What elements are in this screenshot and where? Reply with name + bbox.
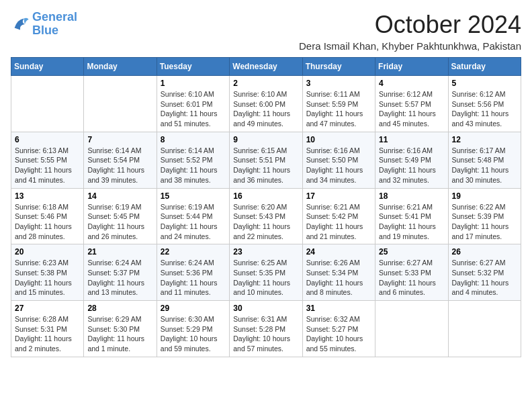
calendar-cell: 28Sunrise: 6:29 AM Sunset: 5:30 PM Dayli…	[84, 301, 157, 357]
day-info: Sunrise: 6:15 AM Sunset: 5:51 PM Dayligh…	[233, 146, 298, 185]
weekday-header-cell: Wednesday	[230, 58, 302, 76]
calendar-cell: 20Sunrise: 6:23 AM Sunset: 5:38 PM Dayli…	[11, 244, 84, 301]
day-info: Sunrise: 6:10 AM Sunset: 6:01 PM Dayligh…	[161, 89, 226, 129]
day-number: 29	[161, 304, 226, 313]
calendar-cell	[84, 76, 157, 132]
calendar-week-row: 27Sunrise: 6:28 AM Sunset: 5:31 PM Dayli…	[11, 301, 521, 357]
day-number: 9	[233, 135, 298, 144]
weekday-header-cell: Tuesday	[157, 58, 229, 76]
day-number: 12	[452, 135, 517, 144]
day-info: Sunrise: 6:18 AM Sunset: 5:46 PM Dayligh…	[15, 202, 80, 242]
calendar-cell: 8Sunrise: 6:14 AM Sunset: 5:52 PM Daylig…	[157, 132, 229, 188]
day-info: Sunrise: 6:17 AM Sunset: 5:48 PM Dayligh…	[452, 146, 517, 185]
day-info: Sunrise: 6:21 AM Sunset: 5:41 PM Dayligh…	[379, 202, 444, 242]
day-number: 24	[306, 247, 371, 257]
calendar-cell: 26Sunrise: 6:27 AM Sunset: 5:32 PM Dayli…	[448, 244, 521, 301]
calendar-cell: 4Sunrise: 6:12 AM Sunset: 5:57 PM Daylig…	[375, 76, 448, 132]
weekday-header-cell: Saturday	[448, 58, 521, 76]
day-number: 4	[379, 79, 444, 88]
calendar-cell: 21Sunrise: 6:24 AM Sunset: 5:37 PM Dayli…	[84, 244, 157, 301]
day-number: 31	[306, 304, 371, 313]
day-number: 27	[15, 304, 80, 313]
day-info: Sunrise: 6:28 AM Sunset: 5:31 PM Dayligh…	[15, 314, 80, 354]
day-info: Sunrise: 6:30 AM Sunset: 5:29 PM Dayligh…	[161, 314, 226, 354]
weekday-header-cell: Sunday	[11, 58, 84, 76]
day-info: Sunrise: 6:24 AM Sunset: 5:36 PM Dayligh…	[161, 258, 226, 298]
day-info: Sunrise: 6:14 AM Sunset: 5:52 PM Dayligh…	[161, 146, 226, 185]
calendar-cell: 19Sunrise: 6:22 AM Sunset: 5:39 PM Dayli…	[448, 188, 521, 244]
day-number: 8	[161, 135, 226, 144]
day-number: 2	[233, 79, 298, 88]
calendar-cell: 15Sunrise: 6:19 AM Sunset: 5:44 PM Dayli…	[157, 188, 229, 244]
logo-text: General Blue	[32, 11, 77, 38]
calendar-cell: 1Sunrise: 6:10 AM Sunset: 6:01 PM Daylig…	[157, 76, 229, 132]
day-number: 16	[233, 191, 298, 201]
calendar-cell: 6Sunrise: 6:13 AM Sunset: 5:55 PM Daylig…	[11, 132, 84, 188]
day-number: 15	[161, 191, 226, 201]
page-header: General Blue October 2024 Dera Ismail Kh…	[11, 11, 521, 52]
calendar-body: 1Sunrise: 6:10 AM Sunset: 6:01 PM Daylig…	[11, 76, 521, 357]
day-info: Sunrise: 6:19 AM Sunset: 5:45 PM Dayligh…	[87, 202, 152, 242]
calendar-cell: 22Sunrise: 6:24 AM Sunset: 5:36 PM Dayli…	[157, 244, 229, 301]
calendar-cell: 18Sunrise: 6:21 AM Sunset: 5:41 PM Dayli…	[375, 188, 448, 244]
day-info: Sunrise: 6:26 AM Sunset: 5:34 PM Dayligh…	[306, 258, 371, 298]
day-number: 17	[306, 191, 371, 201]
day-number: 14	[87, 191, 152, 201]
weekday-header-cell: Friday	[375, 58, 448, 76]
calendar-cell: 14Sunrise: 6:19 AM Sunset: 5:45 PM Dayli…	[84, 188, 157, 244]
day-info: Sunrise: 6:23 AM Sunset: 5:38 PM Dayligh…	[15, 258, 80, 298]
calendar-cell: 27Sunrise: 6:28 AM Sunset: 5:31 PM Dayli…	[11, 301, 84, 357]
calendar-cell: 16Sunrise: 6:20 AM Sunset: 5:43 PM Dayli…	[230, 188, 302, 244]
day-number: 26	[452, 247, 517, 257]
calendar-cell: 2Sunrise: 6:10 AM Sunset: 6:00 PM Daylig…	[230, 76, 302, 132]
day-number: 7	[87, 135, 152, 144]
calendar-cell	[11, 76, 84, 132]
day-number: 1	[161, 79, 226, 88]
weekday-header-cell: Thursday	[302, 58, 375, 76]
day-number: 25	[379, 247, 444, 257]
day-number: 21	[87, 247, 152, 257]
day-number: 30	[233, 304, 298, 313]
day-info: Sunrise: 6:21 AM Sunset: 5:42 PM Dayligh…	[306, 202, 371, 242]
day-info: Sunrise: 6:10 AM Sunset: 6:00 PM Dayligh…	[233, 89, 298, 129]
day-number: 10	[306, 135, 371, 144]
calendar-cell: 30Sunrise: 6:31 AM Sunset: 5:28 PM Dayli…	[230, 301, 302, 357]
day-number: 20	[15, 247, 80, 257]
calendar-cell: 23Sunrise: 6:25 AM Sunset: 5:35 PM Dayli…	[230, 244, 302, 301]
calendar-cell: 29Sunrise: 6:30 AM Sunset: 5:29 PM Dayli…	[157, 301, 229, 357]
weekday-header-cell: Monday	[84, 58, 157, 76]
day-number: 19	[452, 191, 517, 201]
calendar-cell: 12Sunrise: 6:17 AM Sunset: 5:48 PM Dayli…	[448, 132, 521, 188]
calendar-cell: 11Sunrise: 6:16 AM Sunset: 5:49 PM Dayli…	[375, 132, 448, 188]
calendar-cell: 7Sunrise: 6:14 AM Sunset: 5:54 PM Daylig…	[84, 132, 157, 188]
logo-bird-icon	[11, 15, 30, 34]
day-info: Sunrise: 6:32 AM Sunset: 5:27 PM Dayligh…	[306, 314, 371, 354]
day-info: Sunrise: 6:19 AM Sunset: 5:44 PM Dayligh…	[161, 202, 226, 242]
calendar-cell	[375, 301, 448, 357]
day-number: 18	[379, 191, 444, 201]
day-number: 22	[161, 247, 226, 257]
day-number: 23	[233, 247, 298, 257]
day-number: 6	[15, 135, 80, 144]
calendar-week-row: 13Sunrise: 6:18 AM Sunset: 5:46 PM Dayli…	[11, 188, 521, 244]
day-info: Sunrise: 6:13 AM Sunset: 5:55 PM Dayligh…	[15, 146, 80, 185]
day-info: Sunrise: 6:12 AM Sunset: 5:57 PM Dayligh…	[379, 89, 444, 129]
calendar-cell: 10Sunrise: 6:16 AM Sunset: 5:50 PM Dayli…	[302, 132, 375, 188]
day-info: Sunrise: 6:16 AM Sunset: 5:50 PM Dayligh…	[306, 146, 371, 185]
logo: General Blue	[11, 11, 77, 38]
calendar-cell: 17Sunrise: 6:21 AM Sunset: 5:42 PM Dayli…	[302, 188, 375, 244]
day-number: 3	[306, 79, 371, 88]
day-info: Sunrise: 6:22 AM Sunset: 5:39 PM Dayligh…	[452, 202, 517, 242]
day-info: Sunrise: 6:29 AM Sunset: 5:30 PM Dayligh…	[87, 314, 152, 354]
day-number: 11	[379, 135, 444, 144]
calendar-cell: 24Sunrise: 6:26 AM Sunset: 5:34 PM Dayli…	[302, 244, 375, 301]
calendar-cell: 3Sunrise: 6:11 AM Sunset: 5:59 PM Daylig…	[302, 76, 375, 132]
day-number: 13	[15, 191, 80, 201]
calendar-cell: 9Sunrise: 6:15 AM Sunset: 5:51 PM Daylig…	[230, 132, 302, 188]
day-info: Sunrise: 6:16 AM Sunset: 5:49 PM Dayligh…	[379, 146, 444, 185]
calendar-cell: 5Sunrise: 6:12 AM Sunset: 5:56 PM Daylig…	[448, 76, 521, 132]
title-block: October 2024 Dera Ismail Khan, Khyber Pa…	[299, 11, 521, 52]
day-info: Sunrise: 6:27 AM Sunset: 5:32 PM Dayligh…	[452, 258, 517, 298]
month-title: October 2024	[299, 11, 521, 39]
day-info: Sunrise: 6:20 AM Sunset: 5:43 PM Dayligh…	[233, 202, 298, 242]
